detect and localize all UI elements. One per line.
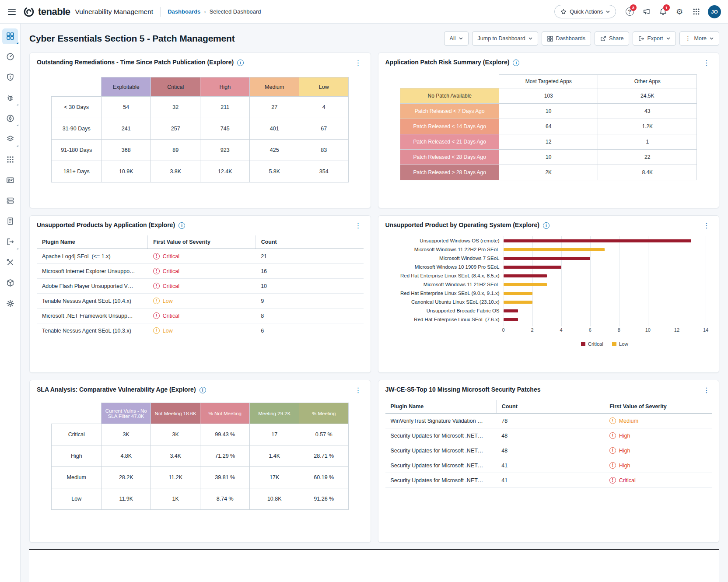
cell-value[interactable]: 8.4K xyxy=(598,165,697,180)
apps-grid-icon[interactable] xyxy=(689,4,704,19)
cell-value[interactable]: 54 xyxy=(102,97,151,118)
cell-value[interactable]: 4 xyxy=(299,97,349,118)
jump-to-dashboard-dropdown[interactable]: Jump to Dashboard xyxy=(472,32,538,46)
cell-value[interactable]: 22 xyxy=(598,150,697,165)
more-dropdown[interactable]: ⋮ More xyxy=(679,32,719,46)
cell-value[interactable]: 12.4K xyxy=(200,161,250,182)
cell-value[interactable]: 401 xyxy=(250,118,299,140)
sidebar-item-tools[interactable] xyxy=(0,252,21,273)
table-row[interactable]: Apache Log4j SEoL (<= 1.x) Critical 21 xyxy=(37,249,364,264)
chart-bar[interactable] xyxy=(504,301,532,304)
plugin-name[interactable]: Security Updates for Microsoft .NET… xyxy=(385,473,497,488)
column-header[interactable]: First Value of Severity xyxy=(148,235,256,249)
cell-value[interactable]: 89 xyxy=(151,140,200,161)
info-icon[interactable]: i xyxy=(178,222,185,229)
plugin-name[interactable]: WinVerifyTrust Signature Validation … xyxy=(385,414,497,428)
tenable-logo[interactable]: tenable Vulnerability Management xyxy=(23,6,153,18)
sidebar-item-dashboards[interactable] xyxy=(0,26,21,46)
table-row[interactable]: WinVerifyTrust Signature Validation … 78… xyxy=(385,414,712,428)
cell-value[interactable]: 10.8K xyxy=(250,488,299,510)
cell-value[interactable]: 923 xyxy=(200,140,250,161)
table-row[interactable]: Security Updates for Microsoft .NET… 41 … xyxy=(385,458,712,473)
sidebar-item-modules[interactable] xyxy=(0,149,21,170)
plugin-name[interactable]: Adobe Flash Player Unsupported V… xyxy=(37,279,148,294)
cell-value[interactable]: 3.8K xyxy=(151,161,200,182)
cell-value[interactable]: 64 xyxy=(499,119,598,134)
sidebar-item-explore[interactable] xyxy=(0,108,21,129)
megaphone-icon[interactable] xyxy=(639,4,654,19)
cell-value[interactable]: 8.74 % xyxy=(200,488,250,510)
cell-value[interactable]: 24.5K xyxy=(598,88,697,104)
info-icon[interactable]: i xyxy=(513,60,519,66)
cell-value[interactable]: 11.2K xyxy=(151,467,200,488)
cell-value[interactable]: 1.2K xyxy=(598,119,697,134)
help-icon[interactable]: ? 3 xyxy=(622,4,637,19)
sidebar-item-gauge[interactable] xyxy=(0,46,21,67)
chart-bar[interactable] xyxy=(504,292,532,295)
table-row[interactable]: Security Updates for Microsoft .NET… 48 … xyxy=(385,443,712,458)
cell-value[interactable]: 354 xyxy=(299,161,349,182)
sidebar-item-settings[interactable] xyxy=(0,293,21,314)
dashboards-button[interactable]: Dashboards xyxy=(542,32,591,46)
cell-value[interactable]: 10 xyxy=(499,104,598,119)
cell-value[interactable]: 17 xyxy=(250,424,299,445)
cell-value[interactable]: 91.26 % xyxy=(299,488,349,510)
cell-value[interactable]: 28.2K xyxy=(102,467,151,488)
column-header[interactable]: Plugin Name xyxy=(37,235,148,249)
sidebar-item-id-card[interactable] xyxy=(0,170,21,190)
cell-value[interactable]: 103 xyxy=(499,88,598,104)
chart-bar[interactable] xyxy=(504,266,561,269)
cell-value[interactable]: 3.4K xyxy=(151,445,200,467)
cell-value[interactable]: 39.81 % xyxy=(200,467,250,488)
cell-value[interactable]: 1K xyxy=(151,488,200,510)
export-dropdown[interactable]: Export xyxy=(633,32,676,46)
all-dropdown[interactable]: All xyxy=(444,32,469,46)
avatar[interactable]: JO xyxy=(708,5,721,18)
breadcrumb-dashboards[interactable]: Dashboards xyxy=(168,8,200,15)
cell-value[interactable]: 43 xyxy=(598,104,697,119)
cell-value[interactable]: 5.8K xyxy=(250,161,299,182)
plugin-name[interactable]: Security Updates for Microsoft .NET… xyxy=(385,428,497,443)
plugin-name[interactable]: Security Updates for Microsoft .NET… xyxy=(385,443,497,458)
info-icon[interactable]: i xyxy=(237,60,244,66)
share-button[interactable]: Share xyxy=(595,32,629,46)
widget-menu-button[interactable]: ⋮ xyxy=(353,221,364,230)
cell-value[interactable]: 99.43 % xyxy=(200,424,250,445)
column-header[interactable]: Count xyxy=(496,400,604,414)
cell-value[interactable]: 4.8K xyxy=(102,445,151,467)
table-row[interactable]: Security Updates for Microsoft .NET… 48 … xyxy=(385,428,712,443)
cell-value[interactable]: 1 xyxy=(598,134,697,150)
chart-bar[interactable] xyxy=(504,274,547,277)
sidebar-item-export[interactable] xyxy=(0,231,21,252)
chart-bar[interactable] xyxy=(504,248,605,251)
info-icon[interactable]: i xyxy=(200,387,206,393)
cell-value[interactable]: 2K xyxy=(499,165,598,180)
cell-value[interactable]: 28.71 % xyxy=(299,445,349,467)
table-row[interactable]: Security Updates for Microsoft .NET… 41 … xyxy=(385,473,712,488)
sidebar-item-servers[interactable] xyxy=(0,190,21,211)
chart-bar[interactable] xyxy=(504,318,518,321)
cell-value[interactable]: 368 xyxy=(102,140,151,161)
plugin-name[interactable]: Microsoft .NET Framework Unsupp… xyxy=(37,309,148,323)
quick-actions-button[interactable]: Quick Actions xyxy=(554,5,616,18)
cell-value[interactable]: 241 xyxy=(102,118,151,140)
cell-value[interactable]: 10 xyxy=(499,150,598,165)
cell-value[interactable]: 10.9K xyxy=(102,161,151,182)
cell-value[interactable]: 60.19 % xyxy=(299,467,349,488)
chart-bar[interactable] xyxy=(504,257,590,260)
chart-bar[interactable] xyxy=(504,239,691,242)
cell-value[interactable]: 27 xyxy=(250,97,299,118)
info-icon[interactable]: i xyxy=(543,222,550,229)
widget-menu-button[interactable]: ⋮ xyxy=(353,59,364,67)
widget-menu-button[interactable]: ⋮ xyxy=(701,386,712,395)
table-row[interactable]: Tenable Nessus Agent SEoL (10.4.x) Low 9 xyxy=(37,294,364,309)
hamburger-menu-icon[interactable] xyxy=(4,4,19,19)
sidebar-item-findings[interactable] xyxy=(0,67,21,88)
cell-value[interactable]: 257 xyxy=(151,118,200,140)
sidebar-item-assets[interactable] xyxy=(0,129,21,149)
plugin-name[interactable]: Security Updates for Microsoft .NET… xyxy=(385,458,497,473)
column-header[interactable]: Plugin Name xyxy=(385,400,497,414)
cell-value[interactable]: 1.4K xyxy=(250,445,299,467)
column-header[interactable]: Count xyxy=(256,235,363,249)
column-header[interactable]: First Value of Severity xyxy=(604,400,712,414)
